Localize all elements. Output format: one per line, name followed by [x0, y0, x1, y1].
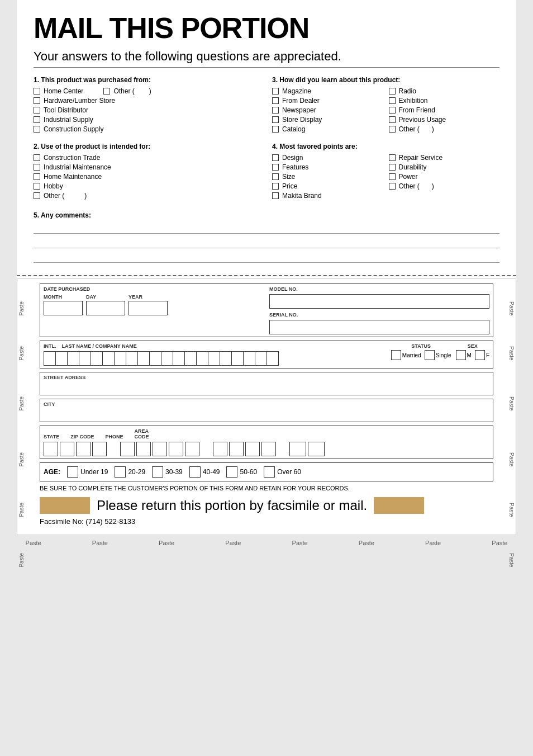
- month-input[interactable]: [44, 301, 83, 315]
- checkbox-repair[interactable]: [389, 154, 396, 161]
- checkbox-design[interactable]: [272, 154, 279, 161]
- state-group: STATE: [44, 434, 59, 440]
- year-input[interactable]: [129, 301, 168, 315]
- checkbox-friend[interactable]: [389, 107, 396, 114]
- checkbox-construction[interactable]: [34, 126, 40, 133]
- name-cell[interactable]: [243, 351, 255, 366]
- checkbox-home-maint[interactable]: [34, 173, 40, 180]
- checkbox-newspaper[interactable]: [272, 107, 279, 114]
- serial-input[interactable]: [269, 320, 489, 334]
- checkbox-size[interactable]: [272, 173, 279, 180]
- bottom-note: BE SURE TO COMPLETE THE CUSTOMER'S PORTI…: [40, 485, 493, 492]
- checkbox-store[interactable]: [272, 116, 279, 123]
- phone-cell[interactable]: [261, 442, 276, 456]
- checkbox-q4-other[interactable]: [389, 183, 396, 190]
- checkbox-m[interactable]: [456, 350, 466, 360]
- area-cell[interactable]: [308, 442, 325, 456]
- name-cell[interactable]: [44, 351, 56, 366]
- name-cell[interactable]: [55, 351, 68, 366]
- checkbox-50-60[interactable]: [226, 466, 237, 478]
- checkbox-f[interactable]: [475, 350, 485, 360]
- zip-cell[interactable]: [169, 442, 183, 456]
- name-cell[interactable]: [126, 351, 138, 366]
- checkbox-industrial[interactable]: [34, 116, 40, 123]
- name-cell[interactable]: [161, 351, 173, 366]
- model-input[interactable]: [269, 294, 489, 309]
- checkbox-magazine[interactable]: [272, 88, 279, 94]
- q2-title: 2. Use of the product is intended for:: [34, 143, 261, 150]
- name-cell[interactable]: [137, 351, 150, 366]
- checkbox-over60[interactable]: [264, 466, 275, 478]
- state-cell[interactable]: [44, 442, 58, 456]
- sex-options: M F: [456, 350, 489, 360]
- checkbox-q2-other[interactable]: [34, 192, 40, 199]
- checkbox-price[interactable]: [272, 183, 279, 190]
- checkbox-const-trade[interactable]: [34, 154, 40, 161]
- sex-label: SEX: [456, 343, 489, 349]
- paste-left-5: Paste: [18, 503, 25, 517]
- name-cell[interactable]: [102, 351, 115, 366]
- phone-cell[interactable]: [245, 442, 260, 456]
- city-input[interactable]: [44, 407, 489, 419]
- checkbox-tool-dist[interactable]: [34, 107, 40, 114]
- area-cell[interactable]: [289, 442, 306, 456]
- day-input[interactable]: [86, 301, 125, 315]
- page-title: MAIL THIS PORTION: [34, 11, 499, 45]
- checkbox-other-q1[interactable]: [103, 88, 110, 94]
- comment-line-3[interactable]: [34, 251, 499, 263]
- checkbox-radio[interactable]: [389, 88, 396, 94]
- checkbox-20-29[interactable]: [115, 466, 126, 478]
- name-cell[interactable]: [67, 351, 79, 366]
- name-cell[interactable]: [114, 351, 126, 366]
- name-cell[interactable]: [220, 351, 232, 366]
- zip-cell[interactable]: [136, 442, 151, 456]
- name-cell[interactable]: [231, 351, 244, 366]
- comment-line-2[interactable]: [34, 236, 499, 248]
- checkbox-home-center[interactable]: [34, 88, 40, 94]
- name-cell[interactable]: [173, 351, 185, 366]
- phone-cell[interactable]: [213, 442, 227, 456]
- checkbox-under19[interactable]: [67, 466, 78, 478]
- state-cell[interactable]: [92, 442, 107, 456]
- name-cell[interactable]: [208, 351, 220, 366]
- checkbox-hobby[interactable]: [34, 183, 40, 190]
- checkbox-makita[interactable]: [272, 192, 279, 199]
- checkbox-features[interactable]: [272, 164, 279, 171]
- q1-title: 1. This product was purchased from:: [34, 76, 261, 84]
- age-label: AGE:: [44, 468, 60, 476]
- name-cell[interactable]: [79, 351, 91, 366]
- zip-cell[interactable]: [120, 442, 135, 456]
- zip-cell[interactable]: [153, 442, 167, 456]
- state-cell[interactable]: [76, 442, 91, 456]
- area-group: AREA CODE: [135, 428, 149, 440]
- checkbox-dealer[interactable]: [272, 97, 279, 104]
- footer-paste-6: Paste: [359, 540, 374, 546]
- zip-cell[interactable]: [185, 442, 199, 456]
- phone-label: PHONE: [106, 434, 123, 440]
- phone-cell[interactable]: [229, 442, 244, 456]
- checkbox-single[interactable]: [425, 350, 435, 360]
- name-cell[interactable]: [184, 351, 197, 366]
- checkbox-married[interactable]: [391, 350, 401, 360]
- street-input[interactable]: [44, 380, 489, 393]
- checkbox-previous[interactable]: [389, 116, 396, 123]
- checkbox-40-49[interactable]: [189, 466, 201, 478]
- name-cell[interactable]: [149, 351, 161, 366]
- footer-paste-8: Paste: [492, 540, 507, 546]
- checkbox-catalog[interactable]: [272, 126, 279, 133]
- name-cell[interactable]: [196, 351, 208, 366]
- comment-line-1[interactable]: [34, 221, 499, 234]
- checkbox-power[interactable]: [389, 173, 396, 180]
- name-cell[interactable]: [255, 351, 267, 366]
- checkbox-durability[interactable]: [389, 164, 396, 171]
- name-cell[interactable]: [266, 351, 279, 366]
- checkbox-hardware[interactable]: [34, 97, 40, 104]
- checkbox-30-39[interactable]: [152, 466, 163, 478]
- footer-paste-row: Paste Paste Paste Paste Paste Paste Past…: [0, 535, 533, 551]
- name-cell[interactable]: [91, 351, 103, 366]
- paste-right-6: Paste: [508, 553, 515, 568]
- checkbox-exhibition[interactable]: [389, 97, 396, 104]
- state-cell[interactable]: [60, 442, 74, 456]
- checkbox-q3-other[interactable]: [389, 126, 396, 133]
- checkbox-ind-maint[interactable]: [34, 164, 40, 171]
